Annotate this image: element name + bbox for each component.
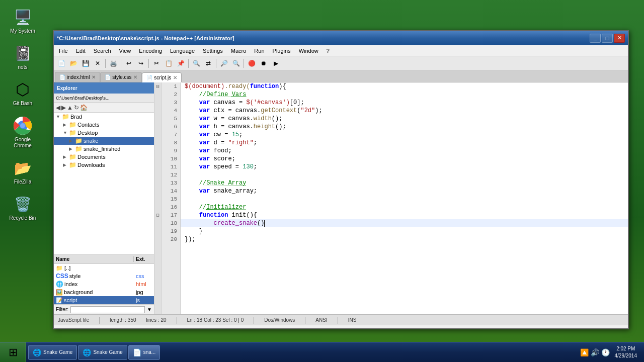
- tree-item-downloads[interactable]: ▶ 📁 Downloads: [54, 161, 154, 169]
- toolbar-undo[interactable]: ↩: [123, 58, 134, 69]
- taskbar-item-chrome2[interactable]: 🌐 Snake Game: [78, 345, 127, 360]
- code-line-3[interactable]: var canvas = $('#canvas')[0];: [181, 99, 628, 107]
- close-button[interactable]: ✕: [614, 34, 625, 43]
- menu-window[interactable]: Window: [295, 45, 323, 56]
- tab-close-script[interactable]: ✕: [173, 75, 177, 80]
- maximize-button[interactable]: □: [602, 34, 613, 43]
- code-line-19[interactable]: }: [181, 227, 628, 235]
- toolbar-redo[interactable]: ↪: [135, 58, 146, 69]
- nav-up-button[interactable]: ▲: [67, 104, 73, 111]
- file-list-header: Name Ext.: [54, 255, 154, 264]
- menu-encoding[interactable]: Encoding: [135, 45, 166, 56]
- file-ext-background: jpg: [134, 289, 154, 295]
- menu-macro[interactable]: Macro: [227, 45, 251, 56]
- toolbar-new[interactable]: 📄: [56, 58, 67, 69]
- nav-refresh-button[interactable]: ↻: [74, 104, 79, 111]
- code-line-14[interactable]: var snake_array;: [181, 187, 628, 195]
- menu-language[interactable]: Language: [166, 45, 199, 56]
- menu-edit[interactable]: Edit: [72, 45, 90, 56]
- code-line-4[interactable]: var ctx = canvas.getContext("2d");: [181, 107, 628, 115]
- toolbar-cut[interactable]: ✂: [151, 58, 162, 69]
- file-item-background[interactable]: 🖼️ background jpg: [54, 288, 154, 296]
- tab-close-index[interactable]: ✕: [92, 74, 96, 80]
- tab-style-css[interactable]: 📄 style.css ✕: [100, 72, 142, 82]
- desktop-icon-recycle[interactable]: 🗑️ Recycle Bin: [5, 192, 40, 223]
- file-item-style[interactable]: CSS style css: [54, 272, 154, 280]
- nav-back-button[interactable]: ◀: [56, 104, 60, 111]
- status-charset: ANSI: [315, 317, 327, 323]
- taskbar-clock[interactable]: 2:02 PM 4/29/2014: [612, 345, 640, 359]
- toolbar-zoom-out[interactable]: 🔍: [230, 58, 242, 69]
- code-line-11[interactable]: var speed = 130;: [181, 163, 628, 171]
- nav-home-button[interactable]: 🏠: [80, 104, 88, 111]
- code-line-16[interactable]: //Initializer: [181, 203, 628, 211]
- editor-area[interactable]: ⊟: [154, 82, 628, 314]
- desktop-icon-my-system[interactable]: 🖥️ My System: [5, 5, 40, 36]
- code-line-17[interactable]: function init(){: [181, 211, 628, 219]
- toolbar-paste[interactable]: 📌: [175, 58, 186, 69]
- desktop-icon-chrome[interactable]: Google Chrome: [5, 114, 40, 151]
- toolbar-play-macro[interactable]: ▶: [270, 58, 281, 69]
- desktop-icon-filezilla[interactable]: 📂 FileZilla: [5, 156, 40, 187]
- code-line-2[interactable]: //Define Vars: [181, 90, 628, 99]
- tab-index-html[interactable]: 📄 index.html ✕: [55, 72, 100, 82]
- tree-item-brad[interactable]: ▼ 📁 Brad: [54, 113, 154, 121]
- toolbar-close[interactable]: ✕: [92, 58, 103, 69]
- code-line-13[interactable]: //Snake Array: [181, 179, 628, 187]
- toolbar-replace[interactable]: ⇄: [203, 58, 214, 69]
- code-line-12[interactable]: [181, 171, 628, 179]
- code-line-6[interactable]: var h = canvas.height();: [181, 123, 628, 131]
- menu-plugins[interactable]: Plugins: [269, 45, 295, 56]
- tree-item-documents[interactable]: ▶ 📁 Documents: [54, 153, 154, 161]
- code-line-7[interactable]: var cw = 15;: [181, 131, 628, 139]
- taskbar-item-chrome1[interactable]: 🌐 Snake Game: [28, 345, 77, 360]
- code-line-9[interactable]: var food;: [181, 147, 628, 155]
- tree-item-contacts[interactable]: ▶ 📁 Contacts: [54, 121, 154, 129]
- fold-btn-1[interactable]: ⊟: [154, 82, 161, 90]
- code-line-15[interactable]: [181, 195, 628, 203]
- desktop-icon-notepad[interactable]: 📓 nots: [5, 41, 40, 72]
- tree-label-desktop: Desktop: [77, 130, 98, 136]
- npp-code-editor[interactable]: ⊟: [154, 82, 628, 314]
- tree-item-snake[interactable]: ▶ 📁 snake: [54, 137, 154, 145]
- explorer-header: Explorer: [54, 82, 154, 94]
- code-line-20[interactable]: });: [181, 235, 628, 243]
- code-line-18[interactable]: create_snake(): [181, 219, 628, 227]
- nav-forward-button[interactable]: ▶: [61, 104, 66, 111]
- filter-input[interactable]: [70, 306, 145, 313]
- toolbar-record-macro[interactable]: ⏺: [258, 58, 269, 69]
- menu-search[interactable]: Search: [90, 45, 115, 56]
- file-item-script[interactable]: 📝 script js: [54, 296, 154, 304]
- toolbar-save[interactable]: 💾: [80, 58, 91, 69]
- code-line-10[interactable]: var score;: [181, 155, 628, 163]
- toolbar-find[interactable]: 🔍: [191, 58, 202, 69]
- taskbar-item-notepad[interactable]: 📄 sna...: [128, 345, 160, 360]
- toolbar-open[interactable]: 📂: [68, 58, 79, 69]
- tree-item-snake-finished[interactable]: ▶ 📁 snake_finished: [54, 145, 154, 153]
- menu-help[interactable]: ?: [323, 45, 334, 56]
- filter-options-button[interactable]: ▼: [147, 307, 152, 312]
- menu-file[interactable]: File: [55, 45, 72, 56]
- menu-run[interactable]: Run: [250, 45, 268, 56]
- taskbar-item-label-chrome2: Snake Game: [93, 349, 122, 355]
- minimize-button[interactable]: _: [590, 34, 601, 43]
- tree-item-desktop[interactable]: ▼ 📁 Desktop: [54, 129, 154, 137]
- tab-script-js[interactable]: 📄 script.js ✕: [142, 72, 182, 82]
- toolbar-copy[interactable]: 📋: [163, 58, 174, 69]
- code-line-8[interactable]: var d = "right";: [181, 139, 628, 147]
- desktop-icon-gitbash[interactable]: ⬡ Git Bash: [5, 77, 40, 109]
- menu-settings[interactable]: Settings: [199, 45, 227, 56]
- toolbar-print[interactable]: 🖨️: [108, 58, 119, 69]
- text-cursor: [264, 220, 265, 227]
- code-line-1[interactable]: $(document).ready(function){: [181, 82, 628, 90]
- file-item-parent[interactable]: 📁 [..]: [54, 264, 154, 272]
- toolbar-zoom-in[interactable]: 🔎: [218, 58, 229, 69]
- start-button[interactable]: ⊞: [0, 342, 26, 363]
- file-item-index[interactable]: 🌐 index html: [54, 280, 154, 288]
- code-line-5[interactable]: var w = canvas.width();: [181, 115, 628, 123]
- tab-close-style[interactable]: ✕: [133, 74, 137, 80]
- toolbar-bookmark[interactable]: 🔴: [246, 58, 257, 69]
- fold-btn-17[interactable]: ⊟: [154, 211, 161, 219]
- menu-view[interactable]: View: [115, 45, 135, 56]
- code-area[interactable]: $(document).ready(function){ //Define Va…: [181, 82, 628, 314]
